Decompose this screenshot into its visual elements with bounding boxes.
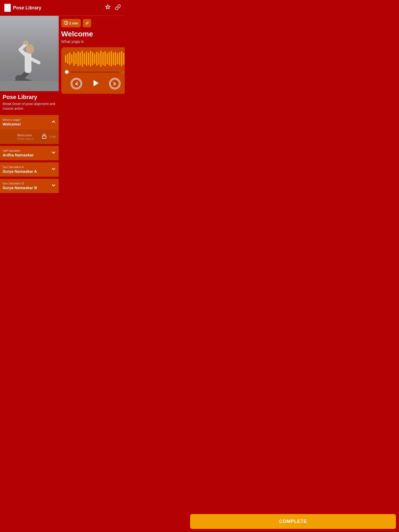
progress-row[interactable]: --:-- (65, 70, 125, 74)
header-icons (105, 4, 121, 11)
waveform-bar (84, 53, 85, 64)
section-label-2: Sun Salutation A (3, 165, 37, 169)
locked-lesson-duration: 2 min (49, 135, 56, 138)
section-header-sun-a[interactable]: Sun Salutation A Surya Namaskar A (0, 162, 59, 177)
waveform-bar (98, 53, 99, 65)
waveform-bar (96, 52, 97, 66)
waveform-bar (111, 51, 112, 66)
waveform-bar (92, 52, 93, 65)
waveform-bar (77, 51, 79, 66)
waveform-bar (90, 51, 91, 66)
progress-fill (71, 72, 73, 72)
waveform-bar (82, 51, 83, 67)
locked-lesson-thumbnail (3, 132, 15, 141)
lesson-section-half-salutation: Half Saluation Ardha Namaskar (0, 146, 59, 160)
section-title-2: Surya Namaskar A (3, 169, 37, 174)
course-title: Pose Library (3, 94, 56, 101)
section-header-sun-b[interactable]: Sun Salutation B Surya Namaskar B (0, 179, 59, 193)
locked-lesson-item[interactable]: Welcome What yoga is 2 min (0, 129, 59, 144)
waveform-bar (73, 52, 75, 66)
svg-rect-0 (6, 87, 53, 91)
section-header-half-salutation[interactable]: Half Saluation Ardha Namaskar (0, 146, 59, 160)
lesson-list: What is yoga? Welcome! Welcome What yoga (0, 115, 59, 193)
locked-lesson-info: Welcome What yoga is (17, 133, 39, 140)
waveform-bar (67, 54, 68, 64)
waveform-bar (104, 51, 106, 66)
link-button[interactable] (115, 4, 121, 11)
badge-row: 2 min (61, 19, 125, 27)
header-left: Pose Library (4, 4, 41, 12)
controls-row: 15 15 (65, 77, 125, 90)
header-title: Pose Library (13, 5, 41, 11)
waveform-bar (113, 52, 114, 65)
section-header-what-is-yoga[interactable]: What is yoga? Welcome! (0, 115, 59, 129)
waveform-bar (109, 52, 110, 65)
left-column: Pose Library Break Down of pose alignmen… (0, 16, 59, 211)
yoga-figure (6, 18, 53, 91)
badge-time-label: 2 min (69, 21, 78, 25)
svg-point-10 (23, 41, 28, 45)
hero-image (0, 16, 59, 91)
lesson-title: Welcome (61, 30, 125, 38)
waveform-bar (121, 51, 122, 66)
waveform-bar (117, 53, 118, 64)
time-badge: 2 min (61, 19, 81, 27)
progress-handle[interactable] (65, 70, 69, 74)
waveform-bar (79, 52, 81, 65)
waveform-bar (75, 53, 77, 64)
lesson-section-sun-b: Sun Salutation B Surya Namaskar B (0, 179, 59, 193)
waveform-bar (102, 52, 104, 65)
skip-back-button[interactable]: 15 (71, 78, 82, 89)
play-button[interactable] (90, 77, 101, 90)
waveform-bar (65, 55, 66, 62)
locked-lesson-subtitle: What yoga is (17, 137, 39, 140)
waveform-bar (94, 54, 95, 64)
audio-player: --:-- 15 (61, 47, 125, 94)
waveform-bar (100, 51, 102, 67)
waveform-bar (88, 52, 89, 65)
chevron-down-icon-2 (51, 166, 56, 173)
hero-background (0, 16, 59, 91)
section-title-1: Ardha Namaskar (3, 153, 34, 157)
svg-text:15: 15 (75, 83, 78, 85)
section-label-3: Sun Salutation B (3, 182, 37, 185)
skip-forward-button[interactable]: 15 (109, 78, 121, 89)
section-title-0: Welcome! (3, 122, 21, 126)
waveform-bar (86, 51, 87, 66)
chevron-down-icon-3 (51, 183, 56, 189)
link-badge[interactable] (83, 19, 91, 27)
right-column: 2 min Welcome What yoga is --:-- (59, 16, 125, 211)
waveform-bar (119, 52, 120, 65)
lesson-subtitle: What yoga is (61, 39, 125, 44)
progress-time: --:-- (121, 70, 125, 74)
chevron-down-icon-1 (51, 150, 56, 156)
lesson-section-what-is-yoga: What is yoga? Welcome! Welcome What yoga (0, 115, 59, 144)
clock-icon (64, 21, 68, 26)
svg-line-9 (31, 59, 39, 63)
locked-lesson-name: Welcome (17, 133, 39, 137)
section-label-0: What is yoga? (3, 118, 21, 121)
section-label-1: Half Saluation (3, 149, 34, 152)
course-info: Pose Library Break Down of pose alignmen… (0, 91, 59, 112)
header: Pose Library (0, 0, 125, 16)
svg-point-4 (36, 84, 46, 89)
waveform-bar (115, 52, 116, 66)
chevron-up-icon (51, 119, 56, 125)
lesson-section-sun-a: Sun Salutation A Surya Namaskar A (0, 162, 59, 177)
waveform (65, 51, 125, 66)
main-layout: Pose Library Break Down of pose alignmen… (0, 16, 125, 211)
progress-track[interactable] (71, 72, 119, 72)
bookmark-button[interactable] (105, 4, 111, 11)
waveform-bar (107, 53, 108, 64)
bottom-spacer (61, 94, 125, 115)
waveform-bar (123, 53, 124, 65)
svg-text:15: 15 (114, 83, 116, 85)
svg-point-6 (26, 44, 34, 54)
waveform-bar (71, 54, 72, 63)
section-title-3: Surya Namaskar B (3, 185, 37, 190)
course-description: Break Down of pose alignment and muscle … (3, 102, 56, 111)
back-button[interactable] (4, 4, 11, 12)
lock-icon (41, 133, 47, 140)
waveform-bar (69, 52, 70, 65)
svg-rect-11 (42, 136, 46, 138)
